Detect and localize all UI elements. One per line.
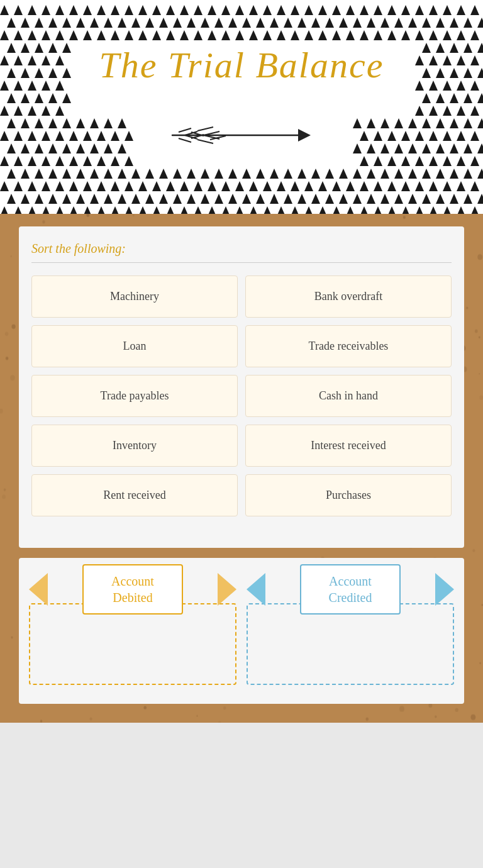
svg-line-7 [197,127,213,131]
account-credited-label: AccountCredited [300,564,401,615]
item-interest-received[interactable]: Interest received [245,425,452,467]
svg-marker-12 [298,129,311,142]
arrow-decoration [153,120,330,151]
account-debited-zone[interactable]: AccountDebited [29,570,236,685]
items-grid: Machinery Bank overdraft Loan Trade rece… [31,275,452,516]
debit-drop-area[interactable] [29,603,236,685]
credit-drop-area[interactable] [247,603,454,685]
item-purchases[interactable]: Purchases [245,474,452,516]
item-machinery[interactable]: Machinery [31,275,238,318]
item-cash-in-hand[interactable]: Cash in hand [245,375,452,417]
sort-label: Sort the following: [31,242,452,256]
account-credited-zone[interactable]: AccountCredited [247,570,454,685]
page-title: The Trial Balance [99,45,384,86]
svg-line-1 [179,128,191,132]
item-loan[interactable]: Loan [31,325,238,367]
item-trade-receivables[interactable]: Trade receivables [245,325,452,367]
item-bank-overdraft[interactable]: Bank overdraft [245,275,452,318]
item-trade-payables[interactable]: Trade payables [31,375,238,417]
item-inventory[interactable]: Inventory [31,425,238,467]
item-rent-received[interactable]: Rent received [31,474,238,516]
svg-line-4 [179,138,191,142]
svg-line-10 [197,140,213,143]
account-debited-label: AccountDebited [82,564,183,615]
